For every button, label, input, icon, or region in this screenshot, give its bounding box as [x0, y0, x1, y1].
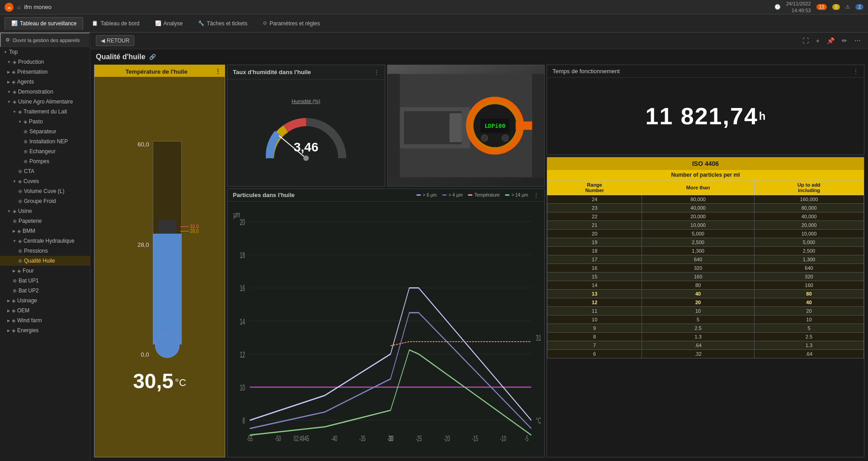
notification-badge-yellow[interactable]: 5 [832, 4, 840, 10]
particles-menu-icon[interactable]: ⋮ [533, 192, 539, 198]
nav-tabs: 📊 Tableau de surveillance 📋 Tableau de b… [0, 14, 868, 33]
tab-bord[interactable]: 📋 Tableau de bord [85, 17, 146, 30]
tab-taches[interactable]: 🔧 Tâches et tickets [191, 17, 254, 30]
tab-params[interactable]: ⚙ Paramètres et règles [256, 17, 326, 30]
runtime-menu-icon[interactable]: ⋮ [853, 68, 859, 75]
table-cell: .32 [642, 350, 755, 358]
back-button[interactable]: ◀ RETOUR [96, 35, 134, 46]
sidebar-item-pressions[interactable]: ⊕ Pressions [0, 246, 90, 256]
table-cell: 20,000 [754, 221, 863, 230]
sidebar-item-qualite-huile[interactable]: ⊕ Qualité Huile [0, 256, 90, 266]
sidebar-item-cta[interactable]: ⊕ CTA [0, 166, 90, 176]
sidebar-item-top[interactable]: Top [0, 47, 90, 57]
sidebar-item-presentation[interactable]: ◈ Présentation [0, 67, 90, 77]
node-icon: ◈ [18, 179, 22, 184]
temperature-value-display: 30,5 °C [133, 369, 186, 393]
sidebar-item-usine[interactable]: ◈ Usine [0, 206, 90, 216]
top-middle-row: Taux d'humidité dans l'huile ⋮ Humidité … [227, 65, 545, 187]
sidebar-item-groupe-froid[interactable]: ⊕ Groupe Froid [0, 196, 90, 206]
sidebar-item-production[interactable]: ◈ Production [0, 57, 90, 67]
more-button[interactable]: ⋯ [853, 36, 863, 45]
device-image-widget: LDPi00 [387, 65, 545, 187]
sidebar-item-separateur[interactable]: ⊕ Séparateur [0, 127, 90, 136]
table-cell: 20 [642, 298, 755, 307]
sidebar-item-papeterie[interactable]: ⊕ Papeterie [0, 216, 90, 226]
sidebar-item-volume-cuve[interactable]: ⊕ Volume Cuve (L) [0, 186, 90, 196]
table-cell: .64 [754, 350, 863, 358]
manage-devices-button[interactable]: ⚙ Ouvrir la gestion des appareils [0, 33, 90, 47]
sensor-icon: ⊕ [18, 198, 22, 204]
table-row: 10510 [547, 315, 864, 324]
sidebar-item-bmm[interactable]: ◈ BMM [0, 226, 90, 236]
tab-surveillance[interactable]: 📊 Tableau de surveillance [5, 17, 83, 30]
sidebar-item-demonstration[interactable]: ◈ Demonstration [0, 87, 90, 97]
iso-table-widget: ISO 4406 Number of particles per ml Rang… [547, 157, 864, 457]
node-icon: ◈ [12, 79, 15, 85]
svg-text:14: 14 [240, 317, 245, 326]
sidebar-item-wind-farm[interactable]: ◈ Wind farm [0, 315, 90, 325]
temperature-gauge: 60,0 28,0 0,0 [137, 141, 181, 358]
sidebar-item-energies[interactable]: ◈ Energies [0, 325, 90, 335]
chevron-right-icon [13, 268, 15, 273]
datetime: 24/11/2022 14:49:53 [786, 0, 811, 14]
sidebar-item-installation-nep[interactable]: ⊕ Installation NEP [0, 136, 90, 146]
sensor-icon: ⊕ [24, 159, 28, 165]
sidebar-item-usine-agro[interactable]: ◈ Usine Agro Alimentaire [0, 97, 90, 107]
main-layout: ⚙ Ouvrir la gestion des appareils Top ◈ … [0, 33, 868, 461]
table-cell: 5,000 [642, 230, 755, 238]
sidebar-item-bat-up1[interactable]: ⊕ Bat UP1 [0, 276, 90, 286]
edit-button[interactable]: ✏ [840, 36, 849, 45]
table-cell: 17 [547, 255, 642, 264]
sidebar-item-traitement[interactable]: ◈ Traitement du Lait [0, 107, 90, 117]
temperature-menu-icon[interactable] [215, 68, 221, 75]
table-row: 176401,300 [547, 255, 864, 264]
table-cell: 640 [642, 255, 755, 264]
sidebar-item-usinage[interactable]: ◈ Usinage [0, 296, 90, 306]
svg-point-14 [502, 135, 509, 141]
humidity-menu-icon[interactable]: ⋮ [374, 69, 379, 75]
table-cell: 640 [754, 264, 863, 273]
svg-text:3,46: 3,46 [294, 140, 319, 154]
table-row: 16320640 [547, 264, 864, 273]
sidebar-item-agents[interactable]: ◈ Agents [0, 77, 90, 87]
sidebar-item-pasto[interactable]: ◈ Pasto [0, 117, 90, 127]
sidebar-item-pompes[interactable]: ⊕ Pompes [0, 156, 90, 166]
sensor-icon: ⊕ [18, 188, 22, 194]
add-button[interactable]: + [814, 36, 821, 45]
link-icon[interactable]: 🔗 [149, 54, 156, 60]
notification-badge-orange[interactable]: 13 [816, 4, 827, 10]
device-svg: LDPi00 [387, 65, 545, 186]
sidebar-item-four[interactable]: ◈ Four [0, 266, 90, 276]
topbar: m ⌂ ifm moneo 🕐 24/11/2022 14:49:53 13 5… [0, 0, 868, 14]
taches-icon: 🔧 [198, 20, 204, 26]
svg-text:-20: -20 [444, 434, 450, 442]
table-cell: 8 [547, 333, 642, 341]
runtime-value: 11 821,74 [645, 103, 758, 130]
table-cell: 160 [642, 273, 755, 281]
fullscreen-button[interactable]: ⛶ [801, 36, 811, 45]
notification-icon: ⚠ [845, 4, 850, 10]
node-icon: ◈ [24, 119, 27, 125]
node-icon: ◈ [13, 208, 16, 214]
home-icon[interactable]: ⌂ [17, 4, 20, 10]
node-icon: ◈ [18, 109, 22, 115]
table-cell: 13 [547, 290, 642, 298]
sidebar-item-cuves[interactable]: ◈ Cuves [0, 176, 90, 186]
sidebar-item-centrale[interactable]: ◈ Centrale Hydraulique [0, 236, 90, 246]
node-icon: ◈ [12, 328, 15, 334]
legend-temp: Température [468, 193, 500, 198]
bord-icon: 📋 [92, 20, 98, 26]
sidebar-item-oem[interactable]: ◈ OEM [0, 306, 90, 315]
sidebar-item-echangeur[interactable]: ⊕ Echangeur [0, 146, 90, 156]
notification-badge-blue[interactable]: 2 [855, 4, 863, 10]
svg-text:-50: -50 [275, 434, 281, 442]
pin-button[interactable]: 📌 [825, 36, 836, 45]
particles-widget: Particules dans l'huile > 6 µm > 4 µm [227, 188, 545, 457]
sidebar-item-bat-up2[interactable]: ⊕ Bat UP2 [0, 286, 90, 296]
table-cell: 20 [754, 307, 863, 315]
table-cell: .64 [642, 341, 755, 350]
table-cell: 23 [547, 204, 642, 212]
tab-analyse[interactable]: 📈 Analyse [148, 17, 190, 30]
table-cell: 1.3 [754, 341, 863, 350]
table-cell: 40 [754, 298, 863, 307]
